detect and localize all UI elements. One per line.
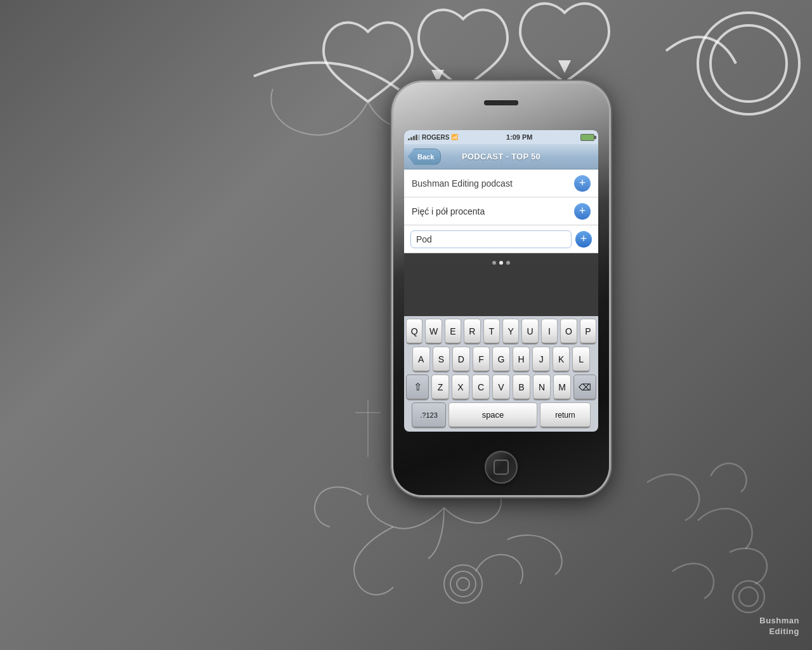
svg-point-2 bbox=[444, 565, 482, 603]
key-l[interactable]: L bbox=[572, 347, 590, 372]
page-dot-1 bbox=[492, 261, 496, 265]
signal-bar-5 bbox=[418, 135, 420, 140]
wifi-icon: 📶 bbox=[451, 134, 458, 140]
key-s[interactable]: S bbox=[433, 347, 450, 372]
time-display: 1:09 PM bbox=[506, 133, 533, 141]
key-c[interactable]: C bbox=[472, 375, 490, 400]
search-input[interactable] bbox=[410, 230, 572, 248]
iphone-body: ROGERS 📶 1:09 PM Back PODCAST - TOP 50 B bbox=[393, 83, 609, 495]
key-z[interactable]: Z bbox=[431, 375, 449, 400]
key-w[interactable]: W bbox=[425, 319, 442, 344]
list-item[interactable]: Pięć i pół procenta bbox=[404, 197, 598, 225]
key-i[interactable]: I bbox=[541, 319, 558, 344]
key-q[interactable]: Q bbox=[406, 319, 422, 344]
key-v[interactable]: V bbox=[492, 375, 510, 400]
signal-bar-2 bbox=[410, 137, 412, 140]
keyboard: Q W E R T Y U I O P A S bbox=[404, 316, 598, 432]
key-h[interactable]: H bbox=[513, 347, 530, 372]
page-dot-3 bbox=[506, 261, 510, 265]
key-e[interactable]: E bbox=[445, 319, 461, 344]
shift-key[interactable]: ⇧ bbox=[406, 375, 429, 400]
delete-key[interactable]: ⌫ bbox=[573, 375, 596, 400]
add-button-1[interactable] bbox=[574, 175, 591, 192]
svg-point-3 bbox=[450, 571, 476, 597]
numbers-key[interactable]: .?123 bbox=[412, 402, 446, 428]
keyboard-row-1: Q W E R T Y U I O P bbox=[406, 319, 596, 344]
signal-bars bbox=[408, 134, 420, 140]
key-p[interactable]: P bbox=[580, 319, 596, 344]
back-button[interactable]: Back bbox=[408, 149, 441, 165]
svg-point-6 bbox=[739, 587, 758, 606]
key-a[interactable]: A bbox=[412, 347, 430, 372]
return-key[interactable]: return bbox=[540, 402, 591, 428]
home-icon bbox=[494, 460, 509, 475]
navigation-bar: Back PODCAST - TOP 50 bbox=[404, 144, 598, 169]
battery-indicator bbox=[580, 134, 594, 141]
keyboard-row-2: A S D F G H J K L bbox=[406, 347, 596, 372]
svg-point-5 bbox=[733, 581, 764, 613]
key-u[interactable]: U bbox=[521, 319, 538, 344]
key-r[interactable]: R bbox=[464, 319, 480, 344]
signal-bar-1 bbox=[408, 138, 410, 140]
signal-bar-3 bbox=[413, 136, 415, 140]
search-row bbox=[404, 225, 598, 253]
list-item-text: Pięć i pół procenta bbox=[412, 206, 485, 216]
signal-bar-4 bbox=[416, 135, 417, 140]
page-dot-2 bbox=[499, 261, 503, 265]
watermark: Bushman Editing bbox=[759, 616, 799, 637]
home-button[interactable] bbox=[485, 451, 518, 484]
key-o[interactable]: O bbox=[560, 319, 577, 344]
key-y[interactable]: Y bbox=[502, 319, 519, 344]
space-key[interactable]: space bbox=[449, 402, 537, 428]
add-button-search[interactable] bbox=[575, 231, 592, 248]
key-k[interactable]: K bbox=[553, 347, 570, 372]
key-t[interactable]: T bbox=[483, 319, 500, 344]
earpiece bbox=[484, 100, 518, 105]
carrier-label: ROGERS bbox=[422, 134, 449, 141]
svg-point-0 bbox=[698, 13, 799, 114]
page-dots bbox=[404, 253, 598, 272]
key-g[interactable]: G bbox=[492, 347, 510, 372]
status-bar: ROGERS 📶 1:09 PM bbox=[404, 130, 598, 144]
key-b[interactable]: B bbox=[513, 375, 530, 400]
nav-title: PODCAST - TOP 50 bbox=[462, 152, 540, 161]
key-m[interactable]: M bbox=[553, 375, 571, 400]
key-n[interactable]: N bbox=[533, 375, 551, 400]
key-d[interactable]: D bbox=[452, 347, 470, 372]
iphone-screen: ROGERS 📶 1:09 PM Back PODCAST - TOP 50 B bbox=[404, 130, 598, 432]
key-x[interactable]: X bbox=[452, 375, 469, 400]
key-j[interactable]: J bbox=[532, 347, 550, 372]
screen-content: ROGERS 📶 1:09 PM Back PODCAST - TOP 50 B bbox=[404, 130, 598, 432]
keyboard-row-4: .?123 space return bbox=[406, 402, 596, 428]
svg-point-4 bbox=[457, 578, 469, 590]
add-button-2[interactable] bbox=[574, 203, 591, 220]
iphone-device: ROGERS 📶 1:09 PM Back PODCAST - TOP 50 B bbox=[393, 83, 609, 495]
list-section: Bushman Editing podcast Pięć i pół proce… bbox=[404, 169, 598, 316]
key-f[interactable]: F bbox=[473, 347, 490, 372]
keyboard-row-3: ⇧ Z X C V B N M ⌫ bbox=[406, 375, 596, 400]
list-item-text: Bushman Editing podcast bbox=[412, 178, 513, 189]
status-left: ROGERS 📶 bbox=[408, 134, 458, 141]
list-item[interactable]: Bushman Editing podcast bbox=[404, 169, 598, 197]
svg-point-1 bbox=[710, 25, 787, 102]
